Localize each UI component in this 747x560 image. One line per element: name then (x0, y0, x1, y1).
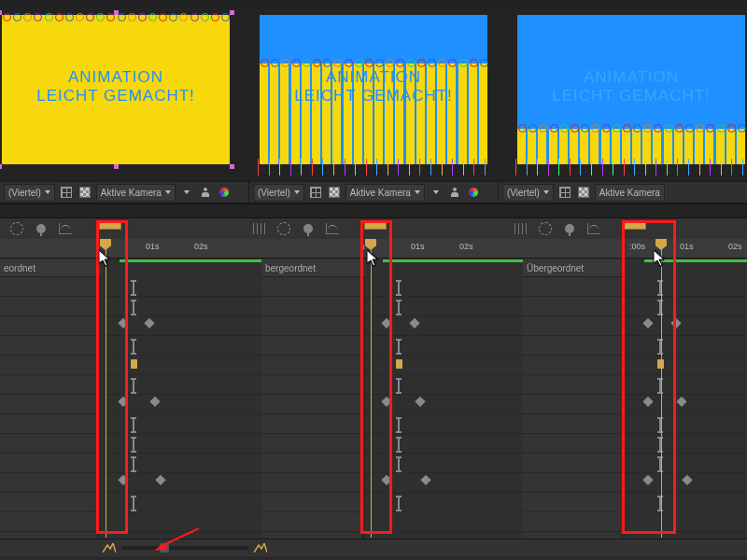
timeline-row[interactable] (0, 355, 747, 375)
resolution-dropdown[interactable]: (Viertel) (253, 184, 304, 202)
anim-stems (258, 159, 486, 177)
views-count-dropdown[interactable] (429, 185, 444, 200)
keyframe-marker[interactable] (396, 359, 402, 369)
layer-in-out-handle[interactable] (131, 339, 136, 355)
workarea-start[interactable] (624, 220, 646, 230)
camera-label: Aktive Kamera (599, 188, 660, 198)
comp-preview-1[interactable]: ANIMATION LEICHT GEMACHT! (0, 9, 232, 181)
resolution-dropdown[interactable]: (Viertel) (502, 184, 554, 202)
layer-in-out-handle[interactable] (396, 417, 402, 433)
zoom-out-mountain-icon (103, 543, 116, 553)
snap-icon[interactable] (514, 221, 529, 236)
layer-in-out-handle[interactable] (396, 496, 402, 511)
layer-in-out-handle[interactable] (657, 456, 663, 472)
layer-in-out-handle[interactable] (396, 300, 402, 315)
channels-icon[interactable] (217, 185, 232, 200)
timeline-row[interactable] (0, 511, 747, 532)
ruler-tick-01: 01s (146, 242, 160, 251)
shy-icon[interactable] (276, 221, 291, 236)
layer-in-out-handle[interactable] (396, 456, 402, 472)
layer-in-out-handle[interactable] (657, 496, 663, 511)
timeline-row[interactable] (0, 453, 747, 473)
shy-icon[interactable] (9, 221, 24, 236)
timeline-row[interactable] (0, 394, 747, 414)
keyframe-marker[interactable] (131, 359, 137, 369)
layer-in-out-handle[interactable] (657, 300, 663, 315)
shy-icon[interactable] (538, 221, 553, 236)
camera-dropdown[interactable]: Aktive Kamera (595, 184, 665, 202)
viewer-controls-3: (Viertel) Aktive Kamera (499, 182, 747, 203)
layer-in-out-handle[interactable] (657, 378, 663, 394)
graph-editor-icon[interactable] (58, 221, 73, 236)
current-time-indicator[interactable] (106, 239, 106, 538)
motion-blur-icon[interactable] (34, 221, 49, 236)
ruler-tick-02: 02s (194, 242, 208, 251)
timeline-row[interactable] (0, 374, 747, 395)
timeline-row[interactable] (0, 335, 747, 356)
layer-in-out-handle[interactable] (131, 437, 136, 453)
time-ruler-3[interactable]: :00s 01s 02s (622, 239, 747, 258)
timeline-row[interactable] (0, 433, 747, 454)
snap-icon[interactable] (252, 221, 267, 236)
layer-in-out-handle[interactable] (131, 280, 136, 296)
current-time-indicator[interactable] (661, 239, 662, 538)
ruler-tick-01: 01s (411, 242, 425, 251)
grid-icon[interactable] (557, 185, 572, 200)
camera-dropdown[interactable]: Aktive Kamera (96, 184, 176, 202)
layer-in-out-handle[interactable] (657, 417, 663, 433)
graph-editor-icon[interactable] (586, 221, 601, 236)
comp-title-text: ANIMATION LEICHT GEMACHT! (294, 68, 453, 106)
svg-line-3 (160, 528, 199, 547)
layer-in-out-handle[interactable] (657, 437, 663, 453)
viewer-controls-2: (Viertel) Aktive Kamera (249, 182, 498, 203)
transparency-grid-icon[interactable] (327, 185, 342, 200)
layer-in-out-handle[interactable] (396, 378, 402, 394)
layer-in-out-handle[interactable] (396, 437, 402, 453)
timeline-row[interactable] (0, 492, 747, 512)
layer-in-out-handle[interactable] (396, 280, 402, 296)
transparency-grid-icon[interactable] (78, 185, 92, 200)
workarea-start[interactable] (364, 220, 387, 230)
preview-row: ANIMATION LEICHT GEMACHT! ANIMATION LEIC (0, 9, 747, 181)
timeline-row[interactable] (0, 315, 747, 336)
layer-in-out-handle[interactable] (131, 300, 136, 315)
transparency-grid-icon[interactable] (576, 185, 591, 200)
timeline-rows-area[interactable] (0, 276, 747, 539)
timeline-row[interactable] (0, 472, 747, 493)
motion-blur-icon[interactable] (301, 221, 316, 236)
layer-in-out-handle[interactable] (657, 280, 663, 296)
grid-icon[interactable] (308, 185, 323, 200)
person-icon[interactable] (198, 185, 213, 200)
layer-in-out-handle[interactable] (657, 339, 663, 355)
layer-in-out-handle[interactable] (131, 456, 136, 472)
views-count-dropdown[interactable] (179, 185, 194, 200)
grid-icon[interactable] (59, 185, 74, 200)
channels-icon[interactable] (466, 185, 481, 200)
comp-frame: ANIMATION LEICHT GEMACHT! (517, 15, 745, 164)
resolution-dropdown[interactable]: (Viertel) (4, 184, 55, 202)
panel-divider[interactable] (0, 203, 747, 218)
comp-title-text: ANIMATION LEICHT GEMACHT! (36, 68, 195, 106)
graph-editor-icon[interactable] (325, 221, 340, 236)
ruler-tick-02: 02s (728, 242, 742, 251)
timeline-row[interactable] (0, 413, 747, 434)
person-icon[interactable] (447, 185, 462, 200)
timeline-row[interactable] (0, 276, 747, 297)
layer-in-out-handle[interactable] (396, 339, 402, 355)
current-time-indicator[interactable] (371, 239, 372, 538)
layer-in-out-handle[interactable] (131, 417, 136, 433)
anim-stems (515, 159, 743, 177)
comp-frame: ANIMATION LEICHT GEMACHT! (2, 15, 230, 164)
motion-blur-icon[interactable] (562, 221, 577, 236)
parent-column-header: eordnet (0, 259, 101, 277)
workarea-start[interactable] (99, 220, 121, 230)
timeline-row[interactable] (0, 296, 747, 316)
resolution-label: (Viertel) (8, 188, 41, 198)
camera-dropdown[interactable]: Aktive Kamera (345, 184, 425, 202)
time-ruler-1[interactable]: 01s 02s (97, 239, 261, 258)
layer-in-out-handle[interactable] (131, 378, 136, 394)
layer-in-out-handle[interactable] (131, 496, 136, 511)
comp-preview-2[interactable]: ANIMATION LEICHT GEMACHT! (258, 9, 489, 181)
time-ruler-2[interactable]: s 01s 02s (362, 239, 527, 258)
comp-preview-3[interactable]: ANIMATION LEICHT GEMACHT! (515, 9, 747, 181)
